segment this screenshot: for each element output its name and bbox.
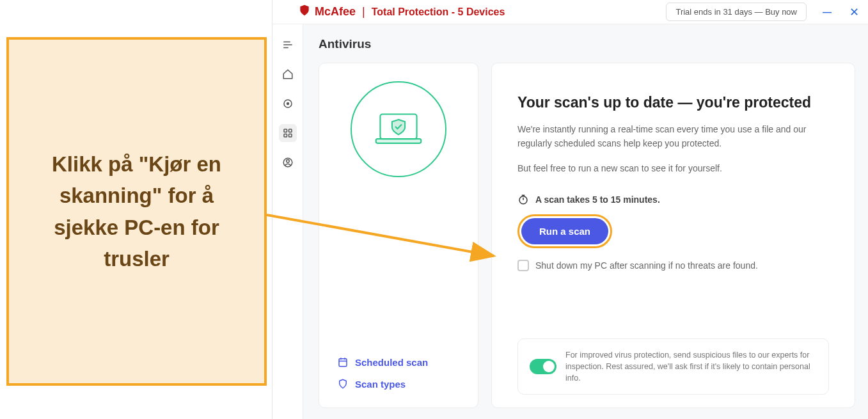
titlebar: McAfee | Total Protection - 5 Devices Tr… — [272, 0, 868, 24]
scan-illustration-card: Scheduled scan Scan types — [319, 63, 478, 408]
annotation-highlight: Run a scan — [517, 214, 612, 248]
page-title: Antivirus — [319, 37, 855, 51]
nav-home-icon[interactable] — [279, 65, 297, 83]
app-window: McAfee | Total Protection - 5 Devices Tr… — [272, 0, 868, 419]
svg-point-4 — [287, 103, 288, 105]
window-close-icon[interactable]: ✕ — [848, 5, 860, 19]
stopwatch-icon — [517, 194, 529, 205]
product-name: Total Protection - 5 Devices — [372, 6, 505, 18]
shutdown-checkbox-label: Shut down my PC after scanning if no thr… — [535, 260, 758, 271]
annotation-callout-text: Klikk på "Kjør en skanning" for å sjekke… — [24, 148, 249, 275]
scheduled-scan-link[interactable]: Scheduled scan — [337, 356, 466, 368]
svg-rect-8 — [288, 134, 292, 138]
cards-row: Scheduled scan Scan types Your scan's up… — [319, 63, 855, 408]
shutdown-checkbox[interactable] — [517, 260, 529, 271]
scan-time-label: A scan takes 5 to 15 minutes. — [535, 194, 660, 205]
svg-rect-14 — [339, 359, 347, 367]
scan-status-card: Your scan's up to date — you're protecte… — [491, 63, 855, 408]
brand-name: McAfee — [315, 5, 356, 19]
shutdown-checkbox-row: Shut down my PC after scanning if no thr… — [517, 260, 829, 271]
nav-menu-icon[interactable] — [279, 36, 297, 54]
left-links: Scheduled scan Scan types — [331, 356, 466, 395]
brand-divider: | — [362, 5, 365, 19]
scan-types-label: Scan types — [355, 379, 406, 390]
trial-button[interactable]: Trial ends in 31 days — Buy now — [666, 3, 807, 21]
footer-card: For improved virus protection, send susp… — [517, 338, 829, 395]
window-minimize-icon[interactable]: — — [821, 7, 833, 17]
nav-apps-icon[interactable] — [279, 124, 297, 142]
scan-types-link[interactable]: Scan types — [337, 378, 466, 390]
svg-point-10 — [286, 160, 289, 163]
calendar-icon — [337, 356, 349, 368]
nav-protection-icon[interactable] — [279, 95, 297, 113]
shield-icon — [337, 378, 349, 390]
nav-rail — [272, 24, 303, 419]
app-body: Antivirus — [272, 24, 868, 419]
annotation-callout: Klikk på "Kjør en skanning" for å sjekke… — [6, 37, 267, 386]
scan-body-1: We're instantly running a real-time scan… — [517, 123, 829, 150]
scan-body-2: But feel free to run a new scan to see i… — [517, 162, 829, 176]
run-scan-button[interactable]: Run a scan — [521, 218, 608, 244]
scan-illustration-icon — [351, 81, 446, 177]
svg-rect-6 — [288, 129, 292, 132]
svg-rect-5 — [284, 129, 287, 132]
nav-account-icon[interactable] — [279, 154, 297, 171]
footer-note: For improved virus protection, send susp… — [565, 349, 817, 384]
mcafee-shield-icon — [298, 4, 311, 20]
scan-headline: Your scan's up to date — you're protecte… — [517, 94, 829, 111]
scheduled-scan-label: Scheduled scan — [355, 357, 428, 368]
titlebar-right: Trial ends in 31 days — Buy now — ✕ — [666, 3, 860, 21]
scan-time-row: A scan takes 5 to 15 minutes. — [517, 194, 829, 205]
brand-logo: McAfee — [298, 4, 356, 20]
svg-rect-7 — [284, 134, 287, 138]
content-area: Antivirus — [303, 24, 868, 419]
send-files-toggle[interactable] — [530, 359, 556, 374]
